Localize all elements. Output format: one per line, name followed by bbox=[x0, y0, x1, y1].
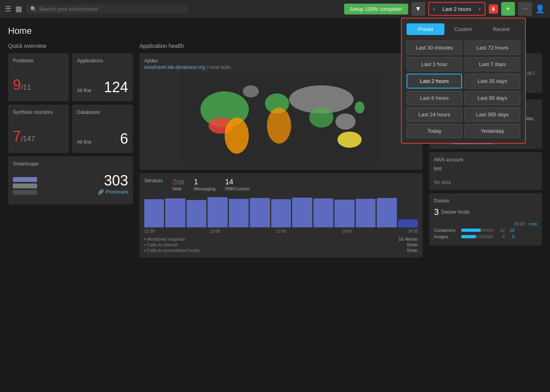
tab-custom[interactable]: Custom bbox=[444, 23, 482, 35]
docker-hosts-value: 3 bbox=[434, 207, 439, 217]
chart-stats: ▪ Monitored requests 16.4k/min ▪ Calls t… bbox=[144, 237, 418, 253]
problems-value: 9 bbox=[13, 76, 21, 93]
services-item-title: Services bbox=[144, 178, 163, 191]
search-icon: 🔍 bbox=[30, 6, 37, 12]
bar-5 bbox=[229, 199, 249, 227]
docker-hosts-label: Docker hosts bbox=[441, 209, 469, 215]
smartscape-card: Smartscape 303 🔗 Processes bbox=[8, 156, 133, 204]
stat-monitored: ▪ Monitored requests 16.4k/min bbox=[144, 237, 418, 241]
time-option-last2h[interactable]: Last 2 hours bbox=[407, 74, 462, 89]
notification-badge[interactable]: 9 bbox=[489, 4, 498, 14]
chart-labels: 12:30 13:00 13:30 14:00 14:30 bbox=[144, 229, 418, 233]
search-box[interactable]: 🔍 bbox=[26, 4, 187, 14]
time-nav: ‹ Last 2 hours › bbox=[428, 2, 486, 16]
processes-icon: 🔗 bbox=[98, 189, 104, 195]
aws-name: test bbox=[434, 166, 537, 171]
time-option-last30min[interactable]: Last 30 minutes bbox=[407, 41, 462, 55]
time-option-last365d[interactable]: Last 365 days bbox=[465, 107, 520, 122]
tab-recent[interactable]: Recent bbox=[482, 23, 520, 35]
menu-icon[interactable]: ☰ bbox=[5, 4, 11, 13]
synthetic-title: Synthetic monitors bbox=[13, 109, 64, 115]
databases-card: Databases All fine 6 bbox=[72, 105, 133, 153]
time-options-grid: Last 30 minutes Last 72 hours Last 1 hou… bbox=[407, 41, 520, 138]
docker-containers-row: Containers 12 18 bbox=[434, 228, 537, 233]
images-bar-bg bbox=[461, 235, 494, 238]
time-dropdown: Preset Custom Recent Last 30 minutes Las… bbox=[401, 18, 526, 144]
svg-point-8 bbox=[336, 113, 356, 130]
bar-13 bbox=[398, 219, 418, 227]
user-icon[interactable]: 👤 bbox=[535, 4, 545, 14]
apdex-url: easytravel.lab.dynatrace.org | most acti… bbox=[144, 64, 418, 70]
problems-denom: /11 bbox=[21, 83, 31, 91]
quick-overview-section: Quick overview Problems 9/11 Application… bbox=[8, 43, 133, 258]
stat-unmonitored: ▪ Calls to unmonitored hosts 0/min bbox=[144, 248, 418, 253]
time-option-yesterday[interactable]: Yesterday bbox=[465, 124, 520, 138]
list-icon[interactable]: ▦ bbox=[15, 4, 22, 13]
synthetic-card: Synthetic monitors 7/147 bbox=[8, 105, 69, 153]
images-label: Images bbox=[434, 234, 458, 239]
processes-value: 303 bbox=[98, 172, 128, 189]
images-old: 6 bbox=[497, 234, 505, 239]
time-option-last90d[interactable]: Last 90 days bbox=[465, 91, 520, 105]
unmonitored-label: ▪ Calls to unmonitored hosts bbox=[144, 248, 199, 253]
svg-point-9 bbox=[338, 132, 362, 148]
services-messaging: 1 Messaging bbox=[194, 178, 216, 191]
docker-title: Docker bbox=[434, 198, 537, 204]
containers-bar-bg bbox=[461, 229, 494, 232]
apdex-card: Apdex easytravel.lab.dynatrace.org | mos… bbox=[139, 53, 423, 170]
services-card: Services 2/20 Web 1 Messaging bbox=[139, 173, 423, 258]
services-rmi: 14 RMI/Custom bbox=[225, 178, 250, 191]
stat-internet: ▪ Calls to internet 0/min bbox=[144, 242, 418, 247]
label-1330: 13:30 bbox=[276, 229, 286, 233]
processes-label-row: 🔗 Processes bbox=[98, 189, 128, 195]
tab-preset[interactable]: Preset bbox=[407, 23, 444, 35]
setup-button[interactable]: Setup 100% complete! bbox=[344, 4, 408, 14]
docker-dates: 29.03 now bbox=[434, 221, 537, 226]
images-bar-fill bbox=[461, 235, 476, 238]
synthetic-value-area: 7/147 bbox=[13, 128, 35, 145]
dotnet-icon: .NET bbox=[524, 67, 537, 80]
search-input[interactable] bbox=[39, 6, 183, 12]
containers-bar-fill bbox=[461, 229, 481, 232]
applications-value: 124 bbox=[104, 79, 128, 96]
time-option-last1h[interactable]: Last 1 hour bbox=[407, 57, 462, 71]
svg-point-3 bbox=[225, 118, 249, 154]
quick-overview-title: Quick overview bbox=[8, 43, 133, 49]
more-button[interactable]: ··· bbox=[518, 2, 532, 16]
databases-value: 6 bbox=[120, 130, 128, 147]
topnav: ☰ ▦ 🔍 Setup 100% complete! ▼ ‹ Last 2 ho… bbox=[0, 0, 550, 18]
bar-1 bbox=[144, 199, 164, 227]
databases-title: Databases bbox=[77, 109, 128, 115]
processes-label: Processes bbox=[106, 189, 128, 195]
time-option-last6h[interactable]: Last 6 hours bbox=[407, 91, 462, 105]
time-option-last7d[interactable]: Last 7 days bbox=[465, 57, 520, 71]
bar-7 bbox=[271, 199, 291, 227]
internet-label: ▪ Calls to internet bbox=[144, 242, 178, 247]
bar-4 bbox=[208, 197, 227, 227]
bar-10 bbox=[334, 200, 354, 227]
filter-button[interactable]: ▼ bbox=[411, 2, 425, 16]
label-1300: 13:00 bbox=[210, 229, 220, 233]
aws-title: AWS account bbox=[434, 157, 537, 163]
services-web: 2/20 Web bbox=[172, 178, 184, 191]
smartscape-title: Smartscape bbox=[13, 161, 128, 167]
containers-label: Containers bbox=[434, 228, 458, 233]
time-option-last24h[interactable]: Last 24 hours bbox=[407, 107, 462, 122]
time-option-last72h[interactable]: Last 72 hours bbox=[465, 41, 520, 55]
time-next-button[interactable]: › bbox=[474, 3, 484, 15]
time-option-last30d[interactable]: Last 30 days bbox=[465, 74, 520, 89]
docker-date-now: now bbox=[529, 221, 537, 226]
bar-12 bbox=[377, 198, 396, 227]
docker-card: Docker 3 Docker hosts 29.03 now Containe… bbox=[429, 193, 542, 246]
svg-point-10 bbox=[355, 101, 365, 113]
world-map bbox=[144, 73, 418, 162]
svg-point-7 bbox=[309, 107, 334, 128]
problems-title: Problems bbox=[13, 58, 64, 64]
extra-button[interactable]: + bbox=[501, 2, 515, 16]
time-prev-button[interactable]: ‹ bbox=[429, 3, 439, 15]
app-health-section: Application health Apdex easytravel.lab.… bbox=[139, 43, 423, 258]
topnav-right: Setup 100% complete! ▼ ‹ Last 2 hours › … bbox=[344, 2, 545, 16]
time-option-today[interactable]: Today bbox=[407, 124, 462, 138]
services-bar-chart bbox=[144, 195, 418, 227]
svg-point-11 bbox=[243, 85, 259, 97]
